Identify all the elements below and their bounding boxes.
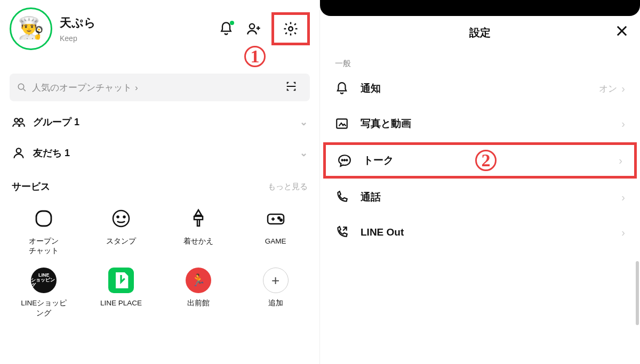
- settings-item-call[interactable]: 通話 ›: [320, 180, 640, 215]
- close-button[interactable]: [614, 23, 629, 41]
- settings-item-notification[interactable]: 通知 オン ›: [320, 71, 640, 106]
- service-label: 着せかえ: [183, 237, 213, 246]
- service-label: 追加: [268, 298, 283, 308]
- line-place-icon: [108, 268, 134, 293]
- chevron-right-icon: ›: [621, 227, 625, 239]
- item-value: オン: [599, 83, 617, 95]
- services-grid: オープン チャット スタンプ 着せかえ GAME LINE ショッ: [0, 198, 319, 322]
- demaekan-icon: 🏃: [186, 268, 211, 293]
- phone-icon: [335, 190, 349, 204]
- chevron-right-icon: ›: [619, 155, 622, 167]
- svg-point-7: [113, 211, 129, 227]
- service-demaekan[interactable]: 🏃 出前館: [160, 263, 237, 322]
- bell-icon: [335, 82, 349, 95]
- plus-icon: +: [263, 268, 289, 293]
- gear-icon: [283, 21, 299, 37]
- svg-point-11: [278, 217, 280, 219]
- svg-point-3: [14, 118, 18, 122]
- chevron-right-icon: ›: [621, 191, 625, 204]
- scrollbar[interactable]: [636, 261, 639, 325]
- smile-icon: [108, 206, 134, 231]
- close-icon: [614, 23, 629, 38]
- chef-avatar-emoji: 👨‍🍳: [18, 15, 44, 41]
- service-label: スタンプ: [106, 237, 136, 246]
- service-game[interactable]: GAME: [237, 201, 314, 260]
- search-icon: [17, 83, 27, 92]
- settings-header: 設定: [320, 16, 640, 49]
- notification-bell-button[interactable]: [215, 18, 237, 40]
- search-placeholder: 人気のオープンチャット›: [32, 82, 285, 94]
- svg-rect-6: [36, 211, 51, 226]
- photo-icon: [335, 117, 349, 131]
- notification-dot-icon: [230, 21, 234, 25]
- chevron-right-icon: ›: [135, 83, 138, 93]
- settings-button-highlight[interactable]: [271, 12, 310, 45]
- chevron-right-icon: ›: [621, 83, 625, 95]
- svg-point-5: [17, 148, 21, 153]
- person-icon: [12, 146, 26, 160]
- svg-point-15: [344, 159, 345, 160]
- see-more-link[interactable]: もっと見る: [268, 182, 308, 192]
- service-label: オープン チャット: [29, 237, 59, 256]
- openchat-icon: [31, 206, 57, 231]
- header-icons: [215, 12, 310, 45]
- item-label: 通知: [361, 82, 599, 95]
- svg-point-16: [346, 159, 347, 160]
- groups-row[interactable]: グループ 1 ⌄: [0, 107, 319, 137]
- profile-name: 天ぷら: [60, 15, 215, 31]
- svg-point-9: [124, 216, 125, 218]
- avatar[interactable]: 👨‍🍳: [10, 7, 52, 50]
- svg-point-0: [250, 24, 254, 29]
- settings-pane: 設定 一般 通知 オン › 写真と動画 › トーク › 2 通話 › LINE …: [320, 0, 640, 364]
- service-line-place[interactable]: LINE PLACE: [83, 263, 160, 322]
- profile-header: 👨‍🍳 天ぷら Keep: [0, 0, 319, 54]
- service-stamp[interactable]: スタンプ: [83, 201, 160, 260]
- profile-keep-link[interactable]: Keep: [60, 34, 215, 43]
- friends-row[interactable]: 友だち 1 ⌄: [0, 137, 319, 168]
- svg-point-4: [19, 118, 23, 122]
- chevron-down-icon: ⌄: [300, 147, 308, 159]
- gamepad-icon: [263, 206, 289, 231]
- service-theme[interactable]: 着せかえ: [160, 201, 237, 260]
- person-plus-icon: [246, 21, 261, 36]
- add-friend-button[interactable]: [243, 18, 265, 40]
- svg-point-1: [289, 27, 293, 31]
- chevron-right-icon: ›: [621, 118, 625, 130]
- phone-out-icon: [335, 225, 349, 239]
- group-icon: [12, 115, 26, 129]
- chevron-down-icon: ⌄: [300, 116, 308, 128]
- brush-icon: [186, 206, 211, 231]
- qr-scan-button[interactable]: [285, 80, 302, 94]
- friends-label: 友だち 1: [33, 147, 70, 159]
- service-line-shopping[interactable]: LINE ショッピング LINEショッピ ング: [5, 263, 83, 322]
- scan-icon: [285, 80, 297, 92]
- service-label: GAME: [265, 237, 286, 246]
- service-label: LINEショッピ ング: [21, 298, 67, 318]
- services-title: サービス: [12, 180, 50, 193]
- home-pane: 👨‍🍳 天ぷら Keep 1 人気のオープンチャット›: [0, 0, 320, 364]
- svg-point-8: [117, 216, 119, 218]
- service-label: LINE PLACE: [100, 298, 142, 308]
- svg-point-12: [280, 219, 282, 221]
- svg-point-14: [342, 159, 343, 160]
- item-label: 通話: [361, 190, 621, 204]
- service-add[interactable]: + 追加: [237, 263, 314, 322]
- profile-name-block: 天ぷら Keep: [60, 15, 215, 43]
- search-bar[interactable]: 人気のオープンチャット›: [10, 74, 310, 101]
- svg-point-2: [18, 84, 24, 90]
- item-label: 写真と動画: [361, 117, 621, 131]
- line-shopping-icon: LINE ショッピング: [31, 268, 57, 293]
- service-label: 出前館: [187, 298, 210, 308]
- settings-item-lineout[interactable]: LINE Out ›: [320, 215, 640, 250]
- settings-item-media[interactable]: 写真と動画 ›: [320, 106, 640, 141]
- annotation-step-1: 1: [244, 46, 266, 67]
- services-section-header: サービス もっと見る: [0, 168, 319, 198]
- service-openchat[interactable]: オープン チャット: [5, 201, 83, 260]
- annotation-step-2: 2: [475, 150, 497, 171]
- settings-item-talk-highlight[interactable]: トーク › 2: [323, 142, 637, 179]
- settings-title: 設定: [469, 26, 491, 40]
- device-notch: [320, 0, 640, 16]
- general-section-label: 一般: [320, 49, 640, 71]
- item-label: LINE Out: [361, 227, 621, 238]
- groups-label: グループ 1: [33, 116, 79, 128]
